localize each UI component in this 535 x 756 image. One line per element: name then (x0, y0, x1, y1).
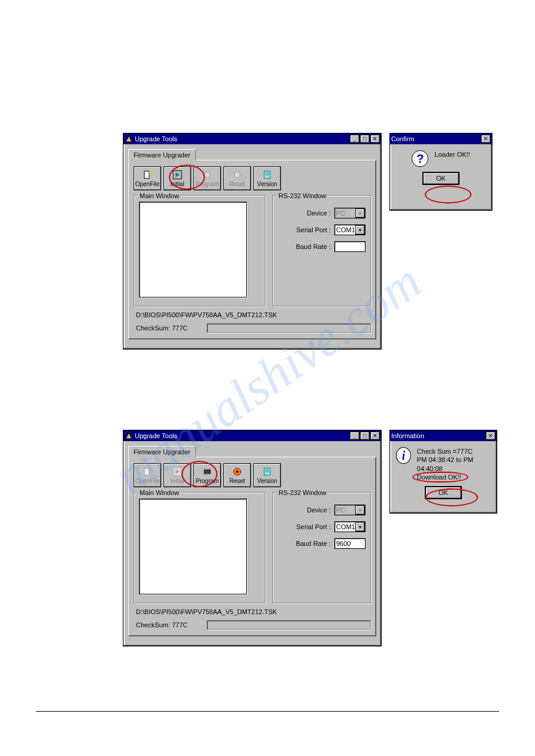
titlebar[interactable]: Upgrade Tools _ □ ✕ (123, 430, 381, 441)
svg-point-26 (236, 470, 238, 473)
dialog-title: Confirm (391, 135, 480, 142)
openfile-label: OpenFile (135, 478, 160, 484)
question-icon: ? (412, 150, 428, 167)
device-combo: PC ▾ (334, 505, 365, 515)
openfile-button[interactable]: OpenFile (134, 166, 161, 190)
reset-icon (232, 170, 242, 180)
close-button[interactable]: ✕ (370, 432, 380, 440)
ok-button[interactable]: OK (422, 172, 460, 185)
version-label: Version (257, 478, 277, 484)
program-button: Program (194, 166, 221, 190)
maximize-button[interactable]: □ (360, 135, 370, 143)
file-path-label: D:\BIOS\PI500\FW\PV758AA_V5_DMT212.TSK (136, 608, 371, 615)
serial-port-value: COM1 (336, 226, 355, 233)
notepad-icon (262, 170, 272, 180)
upgrade-tools-window-2: Upgrade Tools _ □ ✕ Firmware Upgrader Op… (123, 430, 382, 646)
device-combo: PC ▾ (334, 208, 365, 218)
program-button[interactable]: Program (194, 463, 221, 487)
checksum-label: CheckSum: 777C (136, 621, 188, 629)
chip-icon (202, 170, 212, 180)
upgrade-tools-window-1: Upgrade Tools _ □ ✕ Firmware Upgrader Op… (123, 133, 382, 350)
openfile-button: OpenFile (134, 463, 161, 487)
baud-rate-label: Baud Rate : (296, 243, 331, 250)
serial-port-combo[interactable]: COM1 ▾ (334, 224, 365, 235)
reset-icon (232, 467, 242, 476)
titlebar[interactable]: Confirm ✕ (390, 133, 492, 144)
main-window-legend: Main Window (138, 489, 181, 496)
version-button[interactable]: Version (253, 463, 281, 487)
play-icon (173, 467, 182, 476)
file-new-icon (143, 467, 152, 476)
info-line3: Download OK!! (417, 473, 491, 481)
info-message: Check Sum =777C PM 04:38:42 to PM 04:40:… (417, 447, 491, 481)
program-label: Program (196, 181, 219, 187)
svg-marker-0 (126, 136, 132, 142)
device-label: Device : (307, 506, 331, 514)
close-button[interactable]: ✕ (481, 135, 491, 143)
chip-icon (202, 467, 212, 476)
file-new-icon (143, 170, 152, 180)
window-title: Upgrade Tools (135, 135, 349, 142)
initial-label: Initial (170, 181, 184, 187)
progress-bar (207, 620, 371, 630)
initial-button: Initial (164, 463, 191, 487)
serial-port-value: COM1 (336, 523, 355, 530)
page-divider (36, 711, 499, 712)
info-line2: PM 04:38:42 to PM 04:40:08 (417, 456, 491, 473)
serial-port-label: Serial Port : (297, 226, 331, 233)
chevron-down-icon: ▾ (355, 208, 365, 218)
openfile-label: OpenFile (135, 181, 160, 187)
svg-rect-1 (144, 171, 149, 178)
confirm-message: Loader OK!! (434, 150, 470, 159)
svg-point-8 (234, 172, 240, 178)
initial-button[interactable]: Initial (164, 166, 191, 190)
tab-firmware-upgrader[interactable]: Firmware Upgrader (128, 149, 196, 160)
close-button[interactable]: ✕ (486, 432, 495, 440)
ok-label: OK (439, 489, 448, 496)
chevron-down-icon: ▾ (355, 505, 365, 515)
main-window-textarea[interactable] (139, 499, 247, 594)
ok-label: OK (436, 175, 446, 182)
app-icon (125, 432, 133, 440)
main-window-fieldset: Main Window (134, 492, 265, 603)
minimize-button[interactable]: _ (350, 135, 359, 143)
baud-rate-value: 9600 (336, 540, 350, 547)
titlebar[interactable]: Upgrade Tools _ □ ✕ (123, 133, 381, 144)
device-label: Device : (307, 210, 331, 217)
initial-label: Initial (170, 478, 184, 484)
baud-rate-label: Baud Rate : (296, 540, 331, 547)
main-window-textarea[interactable] (139, 202, 247, 297)
chevron-down-icon[interactable]: ▾ (355, 522, 365, 532)
minimize-button[interactable]: _ (350, 432, 359, 440)
version-label: Version (257, 181, 277, 187)
rs232-window-fieldset: RS-232 Window Device : PC ▾ Serial Port … (273, 195, 371, 306)
baud-rate-input[interactable]: 9600 (334, 538, 365, 549)
svg-rect-7 (205, 172, 210, 177)
confirm-dialog: Confirm ✕ ? Loader OK!! OK (389, 133, 492, 211)
checksum-label: CheckSum: 777C (136, 324, 188, 332)
ok-button[interactable]: OK (425, 486, 462, 499)
rs232-window-legend: RS-232 Window (277, 192, 328, 199)
baud-rate-input[interactable] (334, 241, 365, 252)
serial-port-combo[interactable]: COM1 ▾ (334, 521, 365, 532)
serial-port-label: Serial Port : (297, 523, 331, 530)
device-value: PC (336, 210, 345, 217)
progress-bar (207, 323, 371, 333)
window-title: Upgrade Tools (135, 432, 349, 439)
chevron-down-icon[interactable]: ▾ (355, 225, 365, 235)
titlebar[interactable]: Information ✕ (390, 430, 497, 441)
reset-button[interactable]: Reset (223, 463, 251, 487)
information-dialog: Information ✕ i Check Sum =777C PM 04:38… (389, 430, 497, 514)
info-line1: Check Sum =777C (417, 447, 491, 456)
main-window-legend: Main Window (138, 192, 181, 199)
version-button[interactable]: Version (253, 166, 281, 190)
maximize-button[interactable]: □ (360, 432, 370, 440)
svg-rect-13 (144, 468, 149, 475)
close-button[interactable]: ✕ (370, 135, 380, 143)
rs232-window-fieldset: RS-232 Window Device : PC ▾ Serial Port … (273, 492, 371, 603)
play-icon (173, 170, 182, 180)
device-value: PC (336, 506, 345, 514)
tab-firmware-upgrader[interactable]: Firmware Upgrader (128, 446, 196, 457)
main-window-fieldset: Main Window (134, 195, 265, 306)
rs232-window-legend: RS-232 Window (277, 489, 328, 496)
